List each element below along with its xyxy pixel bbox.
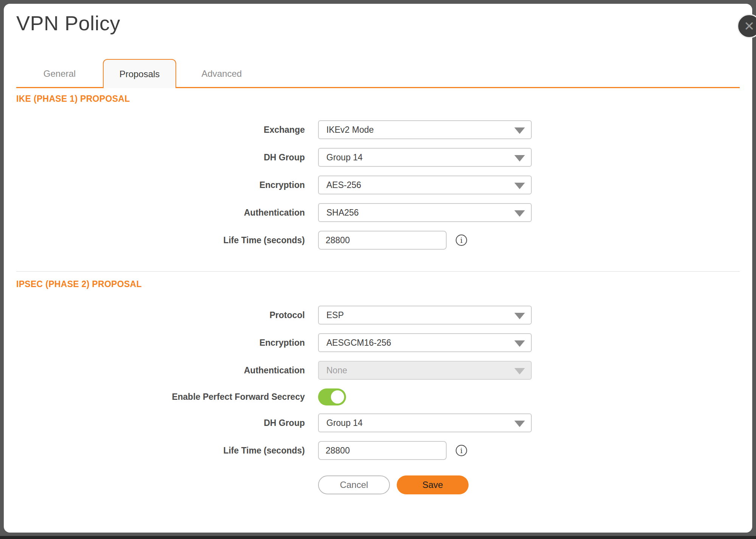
- chevron-down-icon: [514, 183, 525, 189]
- encryption-label: Encryption: [16, 180, 305, 190]
- pfs-row: Enable Perfect Forward Secrecy: [16, 388, 752, 405]
- dh-group-label: DH Group: [16, 152, 305, 163]
- exchange-row: Exchange IKEv2 Mode: [16, 120, 752, 139]
- life-time2-label: Life Time (seconds): [16, 446, 305, 456]
- life-time2-input[interactable]: [318, 441, 447, 460]
- page-title: VPN Policy: [16, 11, 120, 35]
- authentication2-select-disabled: None: [318, 361, 532, 380]
- chevron-down-icon: [514, 155, 525, 162]
- pfs-label: Enable Perfect Forward Secrecy: [16, 392, 305, 402]
- encryption2-selected-value: AESGCM16-256: [326, 338, 391, 348]
- dh-group-row: DH Group Group 14: [16, 148, 752, 167]
- life-time2-row: Life Time (seconds) i: [16, 441, 752, 460]
- chevron-down-icon: [514, 127, 525, 134]
- dh-group2-row: DH Group Group 14: [16, 413, 752, 432]
- protocol-selected-value: ESP: [326, 310, 344, 320]
- life-time-input[interactable]: [318, 231, 447, 250]
- protocol-row: Protocol ESP: [16, 306, 752, 325]
- encryption2-row: Encryption AESGCM16-256: [16, 333, 752, 352]
- pfs-toggle-on[interactable]: [318, 388, 346, 405]
- encryption-select[interactable]: AES-256: [318, 176, 532, 194]
- chevron-down-icon: [514, 368, 525, 374]
- tab-general[interactable]: General: [16, 59, 103, 88]
- authentication-selected-value: SHA256: [326, 208, 359, 218]
- close-icon[interactable]: ✕: [737, 14, 756, 38]
- tab-advanced[interactable]: Advanced: [176, 59, 267, 88]
- dh-group-selected-value: Group 14: [326, 152, 363, 163]
- ike-phase1-section-title: IKE (PHASE 1) PROPOSAL: [16, 93, 752, 104]
- chevron-down-icon: [514, 421, 525, 427]
- encryption2-label: Encryption: [16, 338, 305, 348]
- save-button[interactable]: Save: [397, 475, 469, 494]
- authentication2-label: Authentication: [16, 365, 305, 376]
- authentication-row: Authentication SHA256: [16, 203, 752, 222]
- authentication2-selected-value: None: [326, 365, 347, 376]
- info-icon[interactable]: i: [456, 445, 467, 456]
- cancel-button[interactable]: Cancel: [318, 475, 390, 494]
- authentication2-row: Authentication None: [16, 361, 752, 380]
- bottom-edge-bar: [0, 536, 756, 539]
- encryption-selected-value: AES-256: [326, 180, 361, 190]
- toggle-knob: [331, 390, 344, 404]
- chevron-down-icon: [514, 313, 525, 319]
- encryption-row: Encryption AES-256: [16, 176, 752, 194]
- ipsec-phase2-section-title: IPSEC (PHASE 2) PROPOSAL: [16, 279, 752, 289]
- chevron-down-icon: [514, 210, 525, 217]
- exchange-label: Exchange: [16, 125, 305, 135]
- dialog-footer: Cancel Save: [318, 475, 752, 494]
- exchange-select[interactable]: IKEv2 Mode: [318, 120, 532, 139]
- authentication-select[interactable]: SHA256: [318, 203, 532, 222]
- tab-proposals[interactable]: Proposals: [103, 59, 176, 88]
- vpn-policy-dialog: ✕ VPN Policy General Proposals Advanced …: [4, 4, 752, 533]
- tab-bar: General Proposals Advanced: [16, 59, 740, 88]
- dh-group2-select[interactable]: Group 14: [318, 413, 532, 432]
- dh-group2-label: DH Group: [16, 418, 305, 428]
- authentication-label: Authentication: [16, 208, 305, 218]
- dh-group-select[interactable]: Group 14: [318, 148, 532, 167]
- section-divider: [16, 271, 740, 272]
- dh-group2-selected-value: Group 14: [326, 418, 363, 428]
- exchange-selected-value: IKEv2 Mode: [326, 125, 374, 135]
- protocol-label: Protocol: [16, 310, 305, 320]
- life-time-label: Life Time (seconds): [16, 235, 305, 245]
- life-time-row: Life Time (seconds) i: [16, 231, 752, 250]
- encryption2-select[interactable]: AESGCM16-256: [318, 333, 532, 352]
- protocol-select[interactable]: ESP: [318, 306, 532, 325]
- info-icon[interactable]: i: [456, 235, 467, 246]
- proposals-tab-content: IKE (PHASE 1) PROPOSAL Exchange IKEv2 Mo…: [4, 88, 752, 494]
- chevron-down-icon: [514, 340, 525, 347]
